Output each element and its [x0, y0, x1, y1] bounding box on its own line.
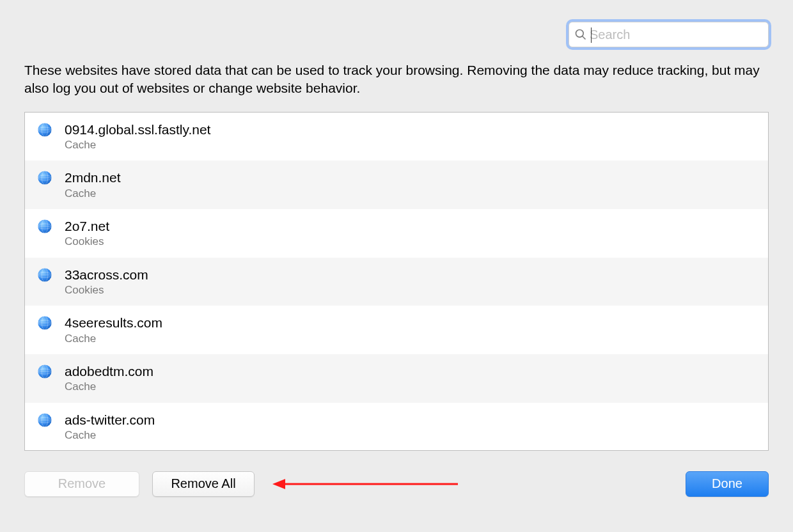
svg-point-0 — [576, 30, 584, 38]
item-domain: ads-twitter.com — [65, 412, 155, 428]
description-text: These websites have stored data that can… — [24, 61, 769, 98]
globe-icon — [36, 267, 53, 283]
item-type: Cache — [65, 332, 162, 345]
item-type: Cache — [65, 429, 155, 442]
list-item[interactable]: 2mdn.net Cache — [25, 160, 768, 209]
item-text: 33across.com Cookies — [65, 267, 148, 297]
search-box[interactable] — [569, 22, 769, 47]
svg-marker-31 — [272, 479, 285, 489]
list-item[interactable]: ads-twitter.com Cache — [25, 403, 768, 451]
globe-icon — [36, 412, 53, 428]
globe-icon — [36, 363, 53, 380]
website-list[interactable]: 0914.global.ssl.fastly.net Cache 2mdn.ne… — [24, 112, 769, 451]
remove-all-button[interactable]: Remove All — [152, 471, 255, 497]
item-domain: adobedtm.com — [65, 363, 153, 379]
arrow-annotation — [272, 476, 464, 492]
item-text: 2mdn.net Cache — [65, 169, 121, 200]
button-row: Remove Remove All Done — [24, 471, 769, 497]
item-text: 0914.global.ssl.fastly.net Cache — [65, 121, 210, 152]
list-item[interactable]: 0914.global.ssl.fastly.net Cache — [25, 113, 768, 161]
list-item[interactable]: adobedtm.com Cache — [25, 354, 768, 403]
item-type: Cookies — [65, 235, 109, 248]
item-domain: 4seeresults.com — [65, 315, 162, 331]
item-type: Cache — [65, 139, 210, 152]
item-domain: 0914.global.ssl.fastly.net — [65, 121, 210, 137]
svg-line-1 — [583, 36, 586, 40]
item-domain: 2o7.net — [65, 218, 109, 234]
item-text: 4seeresults.com Cache — [65, 315, 162, 345]
globe-icon — [36, 121, 53, 138]
item-domain: 33across.com — [65, 267, 148, 283]
item-type: Cache — [65, 380, 153, 393]
globe-icon — [36, 218, 53, 235]
item-domain: 2mdn.net — [65, 169, 121, 185]
list-item[interactable]: 2o7.net Cookies — [25, 209, 768, 258]
list-item[interactable]: 33across.com Cookies — [25, 258, 768, 306]
remove-button: Remove — [24, 471, 139, 497]
globe-icon — [36, 315, 53, 331]
search-icon — [574, 28, 587, 41]
item-text: 2o7.net Cookies — [65, 218, 109, 249]
search-input[interactable] — [590, 27, 763, 42]
list-item[interactable]: 4seeresults.com Cache — [25, 306, 768, 354]
item-type: Cache — [65, 187, 121, 200]
text-cursor — [591, 27, 592, 43]
item-type: Cookies — [65, 284, 148, 297]
website-data-panel: These websites have stored data that can… — [0, 0, 793, 519]
globe-icon — [36, 169, 53, 186]
done-button[interactable]: Done — [686, 471, 769, 497]
item-text: adobedtm.com Cache — [65, 363, 153, 394]
item-text: ads-twitter.com Cache — [65, 412, 155, 442]
search-row — [24, 22, 769, 47]
